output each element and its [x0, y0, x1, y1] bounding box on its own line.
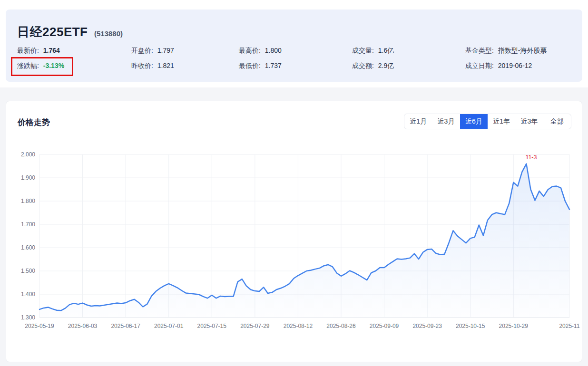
- fund-title-row: 日经225ETF (513880): [17, 24, 123, 40]
- stat-change-percent: 涨跌幅: -3.13%: [17, 61, 64, 70]
- svg-text:2025-08-26: 2025-08-26: [326, 323, 356, 329]
- fund-code: (513880): [94, 29, 123, 38]
- stat-prev-close: 昨收价: 1.821: [131, 61, 174, 70]
- svg-text:2025-07-15: 2025-07-15: [197, 323, 227, 329]
- price-trend-card: 价格走势 近1月 近3月 近6月 近1年 近3年 全部 2.0001.9001.…: [6, 101, 582, 362]
- svg-text:1.800: 1.800: [21, 198, 35, 204]
- svg-text:1.700: 1.700: [21, 221, 35, 228]
- svg-text:1.300: 1.300: [21, 314, 35, 321]
- fund-name: 日经225ETF: [17, 25, 88, 39]
- svg-text:1.400: 1.400: [21, 291, 35, 298]
- svg-text:2025-05-19: 2025-05-19: [25, 323, 54, 329]
- stat-low-price: 最低价: 1.737: [239, 61, 282, 70]
- svg-text:2025-11: 2025-11: [559, 323, 579, 329]
- svg-text:2025-10-15: 2025-10-15: [456, 323, 485, 329]
- stat-inception-date: 成立日期: 2019-06-12: [465, 61, 532, 70]
- stat-open-price: 开盘价: 1.797: [131, 46, 174, 55]
- svg-text:11-3: 11-3: [525, 154, 537, 161]
- stat-latest-price: 最新价: 1.764: [17, 46, 60, 55]
- svg-text:1.900: 1.900: [21, 174, 35, 181]
- svg-text:2025-06-17: 2025-06-17: [111, 323, 140, 329]
- chart-canvas: 2.0001.9001.8001.7001.6001.5001.4001.300…: [6, 101, 582, 362]
- price-chart[interactable]: 2.0001.9001.8001.7001.6001.5001.4001.300…: [6, 101, 582, 362]
- stat-turnover: 成交额: 2.9亿: [352, 61, 394, 70]
- stat-high-price: 最高价: 1.800: [239, 46, 282, 55]
- svg-text:2.000: 2.000: [21, 151, 35, 158]
- fund-summary-card: 日经225ETF (513880) 最新价: 1.764 涨跌幅: -3.13%…: [6, 10, 582, 82]
- svg-text:2025-09-09: 2025-09-09: [370, 323, 399, 329]
- stat-fund-type: 基金类型: 指数型-海外股票: [465, 46, 547, 55]
- svg-text:2025-10-29: 2025-10-29: [499, 323, 529, 329]
- svg-text:2025-07-29: 2025-07-29: [240, 323, 270, 329]
- svg-text:1.500: 1.500: [21, 268, 35, 274]
- svg-text:2025-06-03: 2025-06-03: [68, 323, 98, 329]
- svg-text:2025-08-12: 2025-08-12: [284, 323, 313, 329]
- svg-text:2025-09-23: 2025-09-23: [412, 323, 442, 329]
- svg-text:1.600: 1.600: [21, 244, 35, 251]
- stat-volume: 成交量: 1.6亿: [352, 46, 394, 55]
- svg-text:2025-07-01: 2025-07-01: [154, 323, 184, 329]
